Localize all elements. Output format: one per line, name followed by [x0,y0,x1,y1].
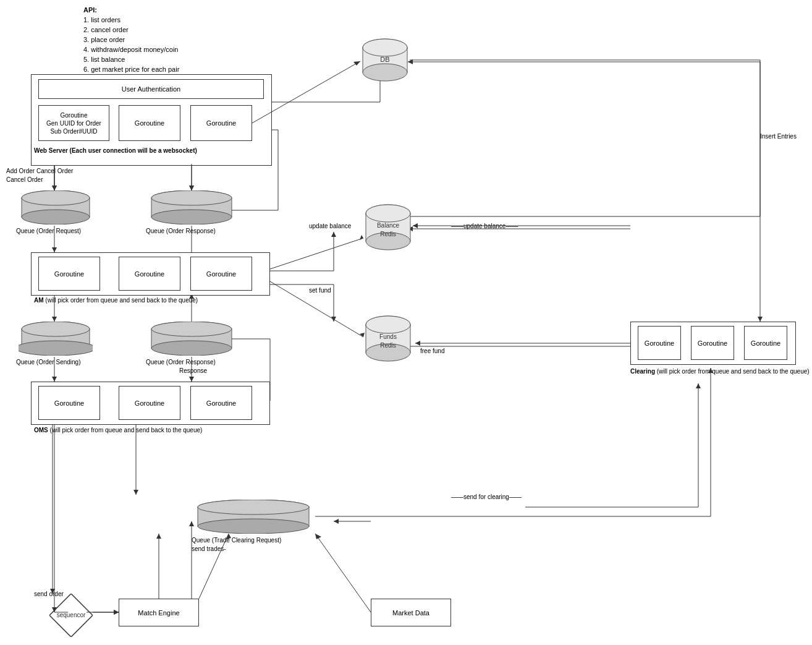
market-data-box: Market Data [371,599,451,626]
svg-line-104 [270,238,363,269]
svg-marker-9 [52,317,57,322]
queue-order-request-label: Queue (Order Request) [16,228,81,234]
am-label: AM (will pick order from queue and send … [34,297,198,304]
svg-text:Balance: Balance [377,222,400,229]
oms-label: OMS (will pick order from queue and send… [34,427,202,434]
oms-goroutine1-box: Goroutine [38,386,100,420]
svg-text:DB: DB [380,56,389,63]
goroutine2-box: Goroutine [190,105,252,141]
svg-marker-24 [331,232,336,237]
svg-marker-16 [133,490,138,495]
queue-order-sending-label: Queue (Order Sending) [16,359,81,365]
response-label: Response [179,367,207,374]
svg-point-81 [363,39,407,56]
balance-redis-cylinder: Balance Redis [363,204,413,254]
free-fund-label: free fund [420,348,444,354]
add-order-label: Add Order Cancel Order Cancel Order [6,167,73,184]
svg-point-59 [22,190,90,205]
svg-point-71 [151,322,232,336]
queue-order-response-mid-label: Queue (Order Response) [146,359,216,365]
send-order-label: send order [34,591,64,597]
svg-point-74 [198,519,309,534]
svg-marker-6 [52,247,57,252]
oms-goroutine3-box: Goroutine [190,386,252,420]
set-fund-label: set fund [309,287,331,294]
funds-redis-cylinder: Funds Redis [363,315,413,365]
db-cylinder: DB [360,38,410,82]
send-trades-label: send trades- [192,545,226,552]
svg-marker-114 [114,610,119,615]
goroutine-gen-box: Goroutine Gen UUID for Order Sub Order#U… [38,105,109,141]
svg-point-75 [198,500,309,515]
match-engine-box: Match Engine [119,599,199,626]
sequencor-diamond: sequencor [49,594,93,637]
svg-text:Redis: Redis [380,231,396,237]
svg-point-70 [151,341,232,356]
web-server-label: Web Server (Each user connection will be… [34,147,197,154]
svg-marker-40 [114,610,119,615]
svg-marker-124 [52,186,57,190]
svg-text:sequencor: sequencor [57,612,86,618]
update-balance-left-label: update balance [309,223,351,229]
svg-marker-12 [52,377,57,382]
svg-marker-103 [415,341,420,346]
svg-marker-122 [189,186,194,190]
svg-point-86 [366,205,410,222]
svg-marker-27 [331,317,336,322]
svg-marker-18 [189,377,194,382]
svg-marker-120 [315,534,321,539]
clearing-label: Clearing (will pick order from queue and… [630,368,810,375]
am-goroutine1-box: Goroutine [38,257,100,291]
svg-marker-1 [52,186,57,190]
queue-order-response-top-cylinder [148,190,235,224]
queue-order-response-top-label: Queue (Order Response) [146,228,216,234]
update-balance-right-label: ——update balance—— [451,223,518,229]
svg-point-58 [22,210,90,224]
am-goroutine2-box: Goroutine [119,257,180,291]
clearing-goroutine1-box: Goroutine [638,326,681,360]
queue-trade-clearing-label: Queue (Trade Clearing Request) [192,537,281,544]
svg-point-62 [151,210,232,224]
svg-marker-4 [189,186,194,190]
oms-goroutine2-box: Goroutine [119,386,180,420]
svg-point-80 [363,64,407,81]
send-for-clearing-label: ——send for clearing—— [451,493,522,500]
svg-marker-96 [353,61,360,66]
queue-trade-clearing-cylinder [192,500,315,534]
queue-order-request-cylinder [19,190,93,224]
svg-text:Redis: Redis [380,342,396,349]
svg-line-119 [315,534,371,612]
svg-point-67 [22,322,90,336]
svg-marker-44 [334,519,339,524]
queue-order-sending-cylinder [19,322,93,356]
svg-point-66 [19,341,93,356]
api-list: 1. list orders 2. cancel order 3. place … [83,15,179,74]
clearing-goroutine3-box: Goroutine [744,326,787,360]
svg-text:Funds: Funds [379,333,397,340]
user-auth-box: User Authentication [38,79,264,99]
svg-marker-101 [413,223,418,228]
goroutine1-box: Goroutine [119,105,180,141]
svg-marker-116 [156,534,161,539]
svg-point-92 [366,316,410,333]
queue-order-response-mid-cylinder [148,322,235,356]
diagram: API: 1. list orders 2. cancel order 3. p… [0,0,812,645]
api-label: API: [83,6,97,14]
svg-point-63 [151,190,232,205]
svg-marker-38 [696,383,701,388]
svg-marker-99 [758,317,763,322]
clearing-goroutine2-box: Goroutine [691,326,734,360]
insert-entries-label: Insert Entries [760,133,797,140]
am-goroutine3-box: Goroutine [190,257,252,291]
